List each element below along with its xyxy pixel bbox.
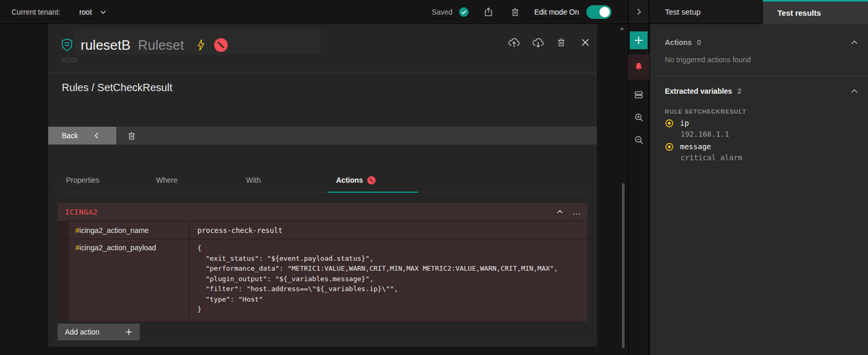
actions-section-title: Actions [665, 38, 692, 47]
ruleset-name[interactable]: rulesetB [81, 37, 130, 53]
ruleset-title-row: rulesetB Ruleset [61, 31, 228, 59]
top-bar: Current tenant: root Saved [0, 0, 628, 24]
rule-toolbar: Back [48, 127, 597, 145]
variable-item: message [650, 138, 868, 151]
toggle-knob [599, 7, 610, 17]
cloud-upload-icon [508, 37, 520, 48]
tab-actions[interactable]: Actions [328, 169, 418, 193]
current-tenant-label: Current tenant: [12, 8, 60, 16]
variables-section-header[interactable]: Extracted variables 2 [650, 83, 868, 99]
scrollbar-thumb[interactable] [622, 183, 625, 348]
prohibited-icon [367, 176, 376, 185]
add-button[interactable] [630, 31, 648, 49]
variable-item: ip [650, 115, 868, 128]
edit-mode-toggle[interactable] [586, 5, 611, 19]
chevron-up-icon [556, 208, 564, 216]
main-area: rulesetB Ruleset 8/200 [0, 24, 628, 355]
lightning-icon [196, 39, 206, 51]
delete-ruleset-button[interactable] [556, 37, 566, 48]
tab-label: Where [156, 176, 177, 184]
action-payload-value[interactable]: { "exit_status": "${event.payload.status… [188, 239, 587, 321]
ruleset-type-label: Ruleset [138, 37, 184, 53]
ruleset-header: rulesetB Ruleset 8/200 [48, 24, 597, 73]
row-gutter [58, 239, 69, 321]
tab-properties[interactable]: Properties [58, 169, 148, 192]
bell-icon [633, 62, 644, 72]
ruleset-header-actions [508, 37, 589, 48]
test-panel: Test setup Test results Actions 0 No tri… [650, 0, 868, 355]
delete-button[interactable] [508, 5, 522, 19]
check-circle-icon [459, 7, 469, 17]
scrollbar-up-arrow[interactable] [620, 27, 624, 30]
upload-button[interactable] [508, 37, 520, 48]
rule-group-label: RULE SETCHECKRESULT [650, 99, 868, 115]
chevron-up-icon[interactable] [850, 87, 859, 95]
close-icon [581, 38, 589, 47]
row-gutter [58, 221, 69, 239]
actions-count: 0 [697, 38, 701, 47]
tab-where[interactable]: Where [148, 169, 238, 192]
icinga2-action-block: ICINGA2 ... #icinga2_action_name process… [58, 203, 587, 322]
key-hash: # [75, 226, 80, 235]
action-name-row: #icinga2_action_name process-check-resul… [58, 221, 587, 239]
chevron-left-icon [93, 132, 101, 139]
zoom-in-button[interactable] [628, 107, 649, 128]
variable-value: critical alarm [650, 151, 868, 162]
variables-section-title: Extracted variables [665, 87, 732, 95]
section-divider [656, 75, 868, 76]
export-button[interactable] [481, 4, 496, 20]
tab-with[interactable]: With [238, 169, 328, 192]
action-name-value[interactable]: process-check-result [188, 221, 587, 239]
chevron-right-icon [635, 8, 643, 16]
alerts-button[interactable] [628, 54, 649, 80]
collapse-panel-button[interactable] [629, 0, 649, 24]
add-action-button[interactable]: Add action [58, 324, 140, 340]
trash-icon [510, 7, 520, 17]
plus-icon [125, 328, 132, 336]
trash-icon [127, 130, 137, 141]
download-button[interactable] [532, 37, 544, 48]
rule-breadcrumb-heading: Rules / SetCheckResult [62, 82, 172, 94]
action-payload-key: #icinga2_action_payload [69, 239, 188, 321]
actions-section-header[interactable]: Actions 0 [650, 35, 868, 50]
test-panel-tabs: Test setup Test results [650, 0, 868, 24]
zoom-out-button[interactable] [628, 129, 649, 150]
zoom-in-icon [633, 112, 644, 123]
tab-label: With [246, 176, 261, 184]
tab-test-results[interactable]: Test results [763, 0, 868, 24]
back-label: Back [62, 131, 78, 140]
payload-json: { "exit_status": "${event.payload.status… [197, 239, 582, 315]
chevron-down-icon [99, 8, 107, 16]
variable-value: 192.168.1.1 [650, 128, 868, 138]
shield-icon [61, 38, 73, 52]
variable-name: message [680, 142, 711, 151]
layout-rows-button[interactable] [628, 84, 649, 105]
no-actions-message: No triggered actions found [650, 50, 868, 64]
action-payload-row: #icinga2_action_payload { "exit_status":… [58, 239, 587, 321]
action-block-header: ICINGA2 ... [58, 203, 587, 221]
action-name-key: #icinga2_action_name [69, 221, 188, 239]
cloud-download-icon [532, 37, 544, 48]
radio-dot-icon [665, 142, 674, 151]
overflow-menu-icon[interactable]: ... [573, 208, 581, 216]
key-hash: # [75, 243, 80, 252]
close-button[interactable] [581, 38, 589, 47]
saved-label: Saved [432, 8, 453, 16]
topbar-actions: Saved Edit mode On [432, 4, 611, 20]
variables-count: 2 [737, 87, 741, 95]
delete-rule-button[interactable] [123, 127, 140, 145]
prohibited-icon [214, 38, 228, 52]
export-icon [483, 6, 494, 18]
variable-name: ip [680, 119, 689, 128]
chevron-up-icon[interactable] [850, 38, 859, 47]
tenant-select[interactable]: root [79, 8, 106, 16]
add-action-label: Add action [65, 328, 99, 336]
key-text: icinga2_action_payload [80, 243, 156, 252]
name-char-counter: 8/200 [62, 57, 77, 64]
collapse-action-button[interactable] [556, 208, 564, 216]
rows-icon [633, 90, 644, 100]
back-button[interactable]: Back [48, 127, 116, 145]
tab-test-setup[interactable]: Test setup [650, 0, 763, 24]
side-icon-column [628, 0, 649, 355]
key-text: icinga2_action_name [80, 226, 149, 235]
